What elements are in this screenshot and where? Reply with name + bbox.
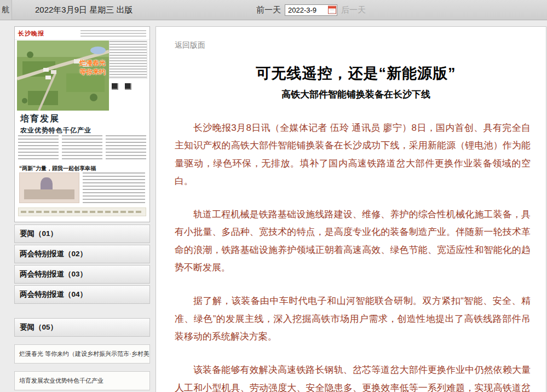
- article-paragraph: 该装备能够有效解决高速铁路长钢轨、岔芯等道岔大部件更换作业中仍然依赖大量人工和小…: [175, 361, 537, 392]
- aerial-photo: 烂漫春光 等你来约: [17, 41, 109, 111]
- front-page-index-column: [109, 41, 147, 111]
- next-day-link[interactable]: 后一天: [341, 5, 366, 15]
- newspaper-logo: 长沙晚报: [18, 30, 44, 38]
- banner-text-lines: [21, 211, 143, 213]
- sidebar-section-01[interactable]: 要闻（01）: [14, 224, 150, 243]
- page-section-list: 要闻（01） 两会特别报道（02） 两会特别报道（03） 两会特别报道（04） …: [14, 224, 150, 390]
- feature-text-lines: [83, 172, 145, 203]
- sidebar-section-03[interactable]: 两会特别报道（03）: [14, 265, 150, 284]
- article-body: 长沙晚报3月8日讯（全媒体记者 伍玲 通讯员 廖宁）8日，国内首创、具有完全自主…: [175, 119, 537, 392]
- text-column: [62, 135, 102, 162]
- thumbnail-photo-caption: 烂漫春光 等你来约: [79, 59, 106, 76]
- sidebar-section-02[interactable]: 两会特别报道（02）: [14, 245, 150, 263]
- thumbnail-feature-photo: [19, 172, 79, 203]
- publication-date: 2022年3月9日 星期三 出版: [35, 5, 133, 15]
- nav-tab-label: 航: [2, 5, 10, 15]
- article-panel: 返回版面 可无线遥控，还是“新能源版” 高铁大部件智能铺换装备在长沙下线 长沙晚…: [156, 26, 546, 392]
- topbar: 航 2022年3月9日 星期三 出版 前一天 后一天: [0, 0, 547, 20]
- article-paragraph: 轨道工程机械是铁路基础设施线路建设、维修、养护的综合性机械化施工装备，具有小批量…: [175, 206, 537, 276]
- sidebar-section-04[interactable]: 两会特别报道（04）: [14, 285, 150, 304]
- sidebar-article-link[interactable]: 烂漫春光 等你来约（建设乡村振兴示范市·乡村美景）: [14, 344, 150, 364]
- article-paragraph: 长沙晚报3月8日讯（全媒体记者 伍玲 通讯员 廖宁）8日，国内首创、具有完全自主…: [175, 119, 537, 190]
- index-text-lines: [109, 41, 147, 79]
- date-controls: 前一天 后一天: [256, 0, 366, 20]
- calendar-icon[interactable]: [328, 6, 336, 14]
- text-column: [106, 135, 146, 162]
- article-title: 可无线遥控，还是“新能源版”: [175, 64, 537, 83]
- thumbnail-bottom-banner: [18, 207, 146, 216]
- thumbnail-body-text: [18, 135, 146, 162]
- article-paragraph: 据了解，该装备由中车时代电子和山河智能联合研制。双方紧扣“智能、安全、精准、绿色…: [175, 292, 537, 345]
- qr-code: [124, 82, 131, 90]
- front-page-thumbnail[interactable]: 长沙晚报 烂漫春光: [14, 26, 150, 222]
- date-input-wrap: [285, 4, 337, 16]
- nav-vertical-tab[interactable]: 航: [0, 0, 12, 20]
- newspaper-masthead: 长沙晚报: [15, 27, 149, 40]
- article-subtitle: 高铁大部件智能铺换装备在长沙下线: [175, 88, 537, 101]
- desk-shape: [24, 189, 74, 199]
- thumbnail-feature-caption: “两新”力量，跟我一起创享幸福: [19, 165, 96, 172]
- sidebar-section-05[interactable]: 要闻（05）: [14, 318, 150, 337]
- sidebar: 长沙晚报 烂漫春光: [14, 26, 150, 390]
- prev-day-link[interactable]: 前一天: [256, 5, 281, 15]
- qr-code: [111, 82, 118, 90]
- sidebar-article-link[interactable]: 培育发展农业优势特色千亿产业: [14, 371, 150, 390]
- text-column: [18, 135, 59, 162]
- thumbnail-headline: 培育发展 农业优势特色千亿产业: [20, 113, 145, 135]
- masthead-text-lines: [80, 30, 146, 37]
- back-to-page-link[interactable]: 返回版面: [175, 41, 205, 50]
